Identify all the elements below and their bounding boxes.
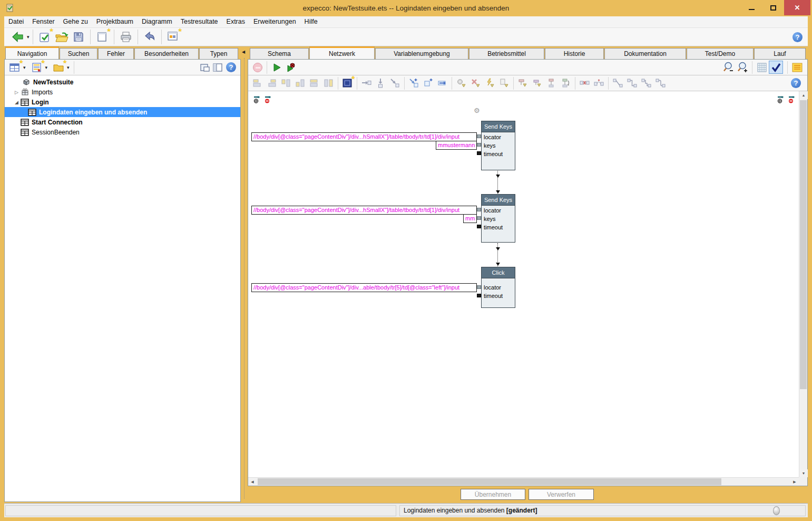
tab-suchen[interactable]: Suchen [60,48,97,59]
expander-expanded-icon[interactable]: ◢ [13,100,20,105]
conn-step-button[interactable] [625,76,639,90]
pin-up-button[interactable] [516,76,530,90]
pin-down-button[interactable] [530,76,544,90]
new-item-button[interactable]: ★ [7,61,23,74]
remove-connector-icon[interactable] [265,95,273,103]
back-button[interactable] [9,29,26,45]
step-settings-gear-icon[interactable]: ⚙ [474,107,480,114]
menu-gehe-zu[interactable]: Gehe zu [59,16,92,27]
align-bottom-button[interactable] [293,76,307,90]
discard-button[interactable]: Verwerfen [529,489,594,500]
new-folder-chevron-icon[interactable]: ▾ [67,65,70,70]
grid-toggle-button[interactable] [755,61,769,74]
apply-quick-button[interactable] [483,76,497,90]
add-connector-icon[interactable] [777,95,786,103]
title-bar[interactable]: expecco: NewTestsuite.ets -- Logindaten … [0,0,812,16]
scroll-right-icon[interactable]: ▶ [790,478,799,486]
align-left-button[interactable] [250,76,265,90]
horizontal-scroll-track[interactable] [257,478,790,486]
panel-splitter[interactable]: ◀ [241,46,248,502]
open-file-button[interactable] [53,29,70,45]
close-button[interactable]: ✕ [784,0,810,15]
menu-hilfe[interactable]: Hilfe [300,16,322,27]
tab-typen[interactable]: Typen [199,48,238,59]
new-folder-button[interactable]: ★ [51,61,66,74]
input-pin[interactable] [477,285,481,289]
new-action-chevron-icon[interactable]: ▾ [45,65,48,70]
tree-item-logindaten-selected[interactable]: Logindaten eingeben und absenden [5,107,240,117]
stop-button[interactable] [250,61,265,74]
new-item-chevron-icon[interactable]: ▾ [23,65,26,70]
scroll-down-icon[interactable]: ▼ [799,469,808,477]
snap-toggle-button-active[interactable] [769,61,783,74]
horizontal-scrollbar[interactable]: ◀ ▶ [248,477,799,486]
minimize-button[interactable] [741,0,762,15]
input-value-keys[interactable]: mmustermann [436,141,477,150]
step-node-click[interactable]: Click locator timeout [481,267,515,308]
input-value-locator[interactable]: //body/div[@class="pageContentDiv"]/div.… [251,283,477,292]
back-dropdown-chevron-icon[interactable]: ▾ [27,34,30,40]
input-pin-unconnected[interactable] [477,151,481,155]
reconnect-button[interactable] [592,76,606,90]
tree-item-newtestsuite[interactable]: NewTestsuite [5,77,240,87]
align-center-button[interactable] [321,76,336,90]
network-diagram-canvas[interactable]: ⚙ Send Keys locator keys timeout //body/… [248,91,799,477]
align-right-button[interactable] [265,76,279,90]
tree-item-start-connection[interactable]: Start Connection [5,117,240,127]
tab-besonderheiten[interactable]: Besonderheiten [134,48,199,59]
add-pin-button[interactable] [421,76,435,90]
help-button[interactable]: ? [791,78,801,88]
horizontal-scroll-thumb[interactable] [258,478,721,485]
tab-betriebsmittel[interactable]: Betriebsmittel [469,48,544,59]
menu-diagramm[interactable]: Diagramm [138,16,177,27]
apply-page-button[interactable] [497,76,511,90]
tab-fehler[interactable]: Fehler [98,48,134,59]
vertical-scroll-thumb[interactable] [800,100,807,389]
conn-rounded-button[interactable] [653,76,668,90]
conn-ortho-button[interactable] [639,76,653,90]
add-output-button[interactable] [435,76,449,90]
node-title[interactable]: Send Keys [482,121,515,132]
node-title[interactable]: Send Keys [482,195,515,206]
expander-collapsed-icon[interactable]: ▷ [13,90,20,95]
port-locator[interactable]: locator [482,133,515,141]
vertical-scroll-track[interactable] [799,99,807,469]
port-timeout[interactable]: timeout [482,223,515,231]
scroll-left-icon[interactable]: ◀ [248,478,257,486]
port-locator[interactable]: locator [482,283,515,292]
input-pin[interactable] [477,143,481,147]
add-connector-icon[interactable] [253,95,262,103]
input-pin[interactable] [477,216,481,220]
tab-variablenumgebung[interactable]: Variablenumgebung [375,48,468,59]
align-width-button[interactable] [307,76,321,90]
new-testsuite-button[interactable]: ★ [36,29,53,45]
new-compound-step-button[interactable]: ★ [340,76,355,90]
splitter-collapse-icon[interactable]: ◀ [242,50,245,54]
save-button[interactable] [70,29,87,45]
tree-item-sessionbeenden[interactable]: SessionBeenden [5,127,240,137]
conn-direct-button[interactable] [611,76,625,90]
align-top-button[interactable] [279,76,293,90]
help-button[interactable]: ? [793,32,803,42]
input-value-keys[interactable]: mm [463,214,477,223]
input-pin[interactable] [477,208,481,211]
undo-button[interactable] [141,29,158,45]
run-button[interactable] [269,61,283,74]
tab-dokumentation[interactable]: Dokumentation [604,48,686,59]
tab-historie[interactable]: Historie [545,48,604,59]
menu-extras[interactable]: Extras [222,16,249,27]
apply-button[interactable]: Übernehmen [461,489,525,500]
new-action-button[interactable]: ★ [29,61,45,74]
remove-connector-icon[interactable] [788,95,797,103]
menu-projektbaum[interactable]: Projektbaum [92,16,138,27]
tab-test-demo[interactable]: Test/Demo [687,48,754,59]
port-timeout[interactable]: timeout [482,292,515,300]
settings-button[interactable]: ★ [165,29,182,45]
port-timeout[interactable]: timeout [482,150,515,158]
menu-erweiterungen[interactable]: Erweiterungen [249,16,300,27]
disconnect-button[interactable] [578,76,592,90]
add-step-button[interactable] [407,76,421,90]
pin-insert-right-button[interactable] [388,76,402,90]
print-button[interactable] [118,29,134,45]
scroll-up-icon[interactable]: ▲ [799,91,808,99]
